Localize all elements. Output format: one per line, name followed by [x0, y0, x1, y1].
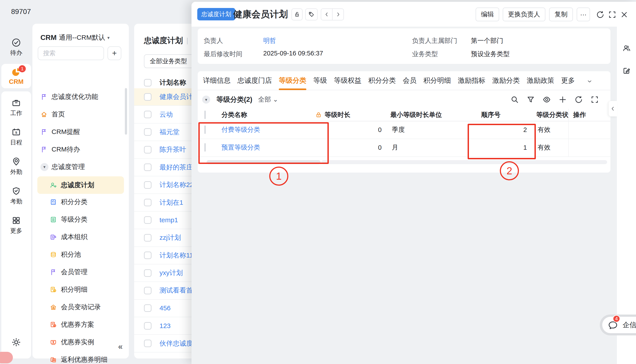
change-owner-button[interactable]: 更换负责人: [503, 8, 545, 21]
sidebar-item-grade-category[interactable]: 等级分类: [33, 211, 129, 228]
row-checkbox[interactable]: [144, 322, 151, 330]
column-settings-icon[interactable]: [542, 95, 551, 104]
row-checkbox[interactable]: [144, 181, 151, 189]
plan-name-link[interactable]: 陈升茶叶: [159, 145, 186, 154]
row-checkbox[interactable]: [144, 252, 151, 259]
row-checkbox[interactable]: [144, 304, 151, 312]
unlock-button[interactable]: [291, 8, 303, 20]
tag-button[interactable]: [305, 8, 318, 20]
fullscreen-icon[interactable]: [608, 10, 617, 19]
header-name[interactable]: 分类名称: [222, 110, 247, 119]
sidebar-item-points-category[interactable]: 积分分类: [33, 193, 129, 211]
plan-name-link[interactable]: 测试看看首: [159, 286, 193, 295]
select-all-checkbox[interactable]: [204, 111, 206, 119]
row-checkbox[interactable]: [144, 234, 151, 242]
plan-name-link[interactable]: 计划在1: [159, 198, 183, 207]
tab[interactable]: 会员: [403, 71, 416, 90]
plan-name-link[interactable]: 最好的茶庄: [159, 163, 193, 172]
row-checkbox[interactable]: [144, 128, 151, 136]
refresh-icon[interactable]: [596, 10, 605, 19]
fullscreen-icon[interactable]: [590, 95, 599, 104]
search-icon[interactable]: [510, 95, 519, 104]
row-checkbox[interactable]: [144, 164, 151, 171]
owner-link[interactable]: 明哲: [263, 36, 276, 45]
horizontal-scrollbar-track[interactable]: [321, 160, 607, 164]
tab[interactable]: 等级分类: [279, 71, 306, 90]
rail-item-field[interactable]: 外勤: [0, 157, 33, 176]
plan-name-link[interactable]: 云动: [159, 110, 173, 119]
add-button[interactable]: +: [108, 46, 121, 60]
plan-name-link[interactable]: 伙伴忠诚度: [159, 339, 193, 348]
tab[interactable]: 详细信息: [203, 71, 231, 90]
nav-scrollbar[interactable]: [125, 88, 127, 135]
tab[interactable]: 积分明细: [423, 71, 451, 90]
header-status[interactable]: 等级分类状: [536, 110, 568, 119]
collapse-sidebar-button[interactable]: «: [118, 342, 123, 351]
rail-item-more[interactable]: 更多: [0, 216, 33, 235]
sidebar-item-member-mgmt[interactable]: 会员管理: [33, 263, 129, 281]
more-actions-button[interactable]: ···: [577, 8, 590, 21]
filter-icon[interactable]: [526, 95, 535, 104]
edit-note-icon[interactable]: [622, 66, 631, 75]
plan-name-link[interactable]: 计划名称11: [159, 251, 193, 260]
row-checkbox[interactable]: [144, 216, 151, 224]
header-duration[interactable]: 等级时长: [325, 110, 350, 119]
sidebar-item-loyalty-plan[interactable]: 忠诚度计划: [37, 176, 124, 194]
sidebar-item-crm-todo[interactable]: CRM待办: [33, 141, 129, 158]
team-members-icon[interactable]: [622, 44, 631, 53]
rail-item-attendance[interactable]: 考勤: [0, 186, 33, 206]
row-checkbox[interactable]: [144, 146, 151, 154]
row-checkbox[interactable]: [144, 199, 151, 206]
plan-name-link[interactable]: 456: [159, 304, 171, 312]
sidebar-item-points-detail[interactable]: 积分明细: [33, 281, 129, 298]
tab[interactable]: 忠诚度门店: [238, 71, 272, 90]
rail-item-work[interactable]: 工作: [0, 98, 33, 117]
prev-record-button[interactable]: [321, 9, 333, 20]
row-checkbox[interactable]: [144, 93, 151, 101]
sidebar-item-coupon-plan[interactable]: 优惠券方案: [33, 316, 129, 334]
sidebar-item-home[interactable]: 首页: [33, 106, 129, 123]
row-checkbox[interactable]: [144, 287, 151, 294]
tab[interactable]: 激励政策: [527, 71, 554, 90]
section-scope-filter[interactable]: 全部 ⌄: [258, 95, 278, 104]
tab[interactable]: 等级权益: [334, 71, 361, 90]
rail-item-crm[interactable]: 1 CRM: [1, 64, 31, 88]
tab[interactable]: 激励分类: [492, 71, 520, 90]
search-input[interactable]: [38, 46, 104, 60]
sidebar-item-points-pool[interactable]: 积分池: [33, 246, 129, 263]
header-order[interactable]: 顺序号: [481, 110, 501, 119]
collapse-section-icon[interactable]: ▾: [202, 96, 210, 104]
row-checkbox[interactable]: [144, 269, 151, 277]
rail-item-todo[interactable]: 待办: [0, 38, 33, 57]
sidebar-item-loyalty-optimize[interactable]: 忠诚度优化功能: [33, 88, 129, 106]
tab[interactable]: 积分分类: [368, 71, 396, 90]
add-icon[interactable]: [558, 95, 567, 104]
nav-app-switcher[interactable]: CRM 通用--CRM默认 ▾: [41, 33, 110, 42]
plan-name-link[interactable]: yxy计划: [159, 268, 183, 278]
rail-item-schedule[interactable]: 5 日程: [0, 127, 33, 146]
sidebar-item-cost-org[interactable]: $ 成本组织: [33, 228, 129, 246]
plan-name-link[interactable]: 123: [159, 322, 171, 330]
settings-gear-button[interactable]: [0, 337, 33, 347]
chat-launcher[interactable]: 4 企信: [600, 314, 636, 336]
collapse-rail-handle[interactable]: [609, 101, 617, 116]
close-icon[interactable]: [620, 10, 629, 19]
select-all-checkbox[interactable]: [144, 79, 151, 86]
copy-button[interactable]: 复制: [549, 8, 573, 21]
tab[interactable]: 等级: [313, 71, 327, 90]
row-checkbox[interactable]: [144, 111, 151, 118]
sidebar-item-rebate-coupon-detail[interactable]: $ 返利优惠券明细: [33, 351, 129, 364]
tab[interactable]: 更多: [561, 71, 575, 90]
plan-name-link[interactable]: zzj计划: [159, 233, 181, 242]
sidebar-item-crm-remind[interactable]: CRM提醒: [33, 123, 129, 141]
sidebar-item-member-change[interactable]: 会员变动记录: [33, 298, 129, 316]
plan-name-link[interactable]: 福元堂: [159, 128, 179, 137]
refresh-icon[interactable]: [574, 95, 583, 104]
plan-name-link[interactable]: 计划名称22: [159, 180, 193, 190]
edit-button[interactable]: 编辑: [476, 8, 499, 21]
sidebar-item-coupon-instance[interactable]: 优惠券实例: [33, 334, 129, 351]
header-unit[interactable]: 最小等级时长单位: [390, 110, 442, 119]
tab[interactable]: 激励指标: [458, 71, 485, 90]
plan-name-link[interactable]: 健康会员计: [159, 92, 193, 101]
sidebar-item-loyalty-mgmt[interactable]: ▾ 忠诚度管理: [33, 158, 129, 176]
